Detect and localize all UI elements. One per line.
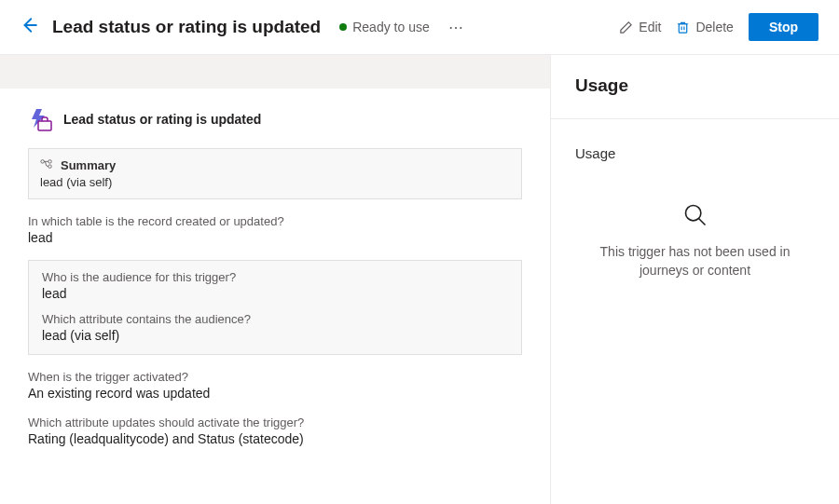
svg-point-6 (685, 206, 700, 221)
page-title: Lead status or rating is updated (52, 17, 321, 37)
usage-empty-text: This trigger has not been used in journe… (575, 243, 815, 279)
audience-label: Who is the audience for this trigger? (42, 270, 508, 284)
back-arrow-icon[interactable] (21, 17, 37, 38)
pencil-icon (619, 20, 633, 34)
flow-icon (40, 157, 53, 173)
delete-label: Delete (695, 20, 733, 34)
audience-value: lead (42, 286, 508, 301)
activated-value: An existing record was updated (28, 386, 522, 401)
stop-button[interactable]: Stop (749, 13, 818, 41)
status-text: Ready to use (352, 20, 430, 34)
usage-sub-heading: Usage (575, 145, 815, 161)
usage-empty-state: This trigger has not been used in journe… (575, 202, 815, 279)
status-pill: Ready to use (339, 20, 430, 34)
table-field: In which table is the record created or … (28, 214, 522, 245)
activated-label: When is the trigger activated? (28, 370, 522, 384)
summary-label: Summary (61, 158, 116, 172)
audience-card: Who is the audience for this trigger? le… (28, 260, 522, 355)
edit-button[interactable]: Edit (619, 20, 661, 34)
svg-point-3 (41, 160, 45, 164)
usage-panel: Usage Usage This trigger has not been us… (550, 55, 839, 504)
usage-divider (551, 118, 839, 119)
delete-button[interactable]: Delete (676, 20, 733, 34)
trash-icon (676, 20, 690, 34)
table-value: lead (28, 230, 522, 245)
content-area: Lead status or rating is updated Summary… (0, 55, 839, 504)
magnifier-icon (682, 202, 708, 232)
updates-field: Which attribute updates should activate … (28, 415, 522, 446)
updates-value: Rating (leadqualitycode) and Status (sta… (28, 431, 522, 446)
header-actions: Edit Delete Stop (619, 13, 818, 41)
updates-label: Which attribute updates should activate … (28, 415, 522, 429)
status-dot-icon (339, 23, 347, 31)
svg-rect-2 (38, 121, 51, 130)
summary-value: lead (via self) (40, 175, 510, 189)
audience-attr-value: lead (via self) (42, 328, 508, 343)
svg-line-7 (698, 219, 705, 225)
audience-field: Who is the audience for this trigger? le… (42, 270, 508, 301)
main-column: Lead status or rating is updated Summary… (0, 55, 550, 504)
svg-rect-1 (680, 23, 687, 32)
table-label: In which table is the record created or … (28, 214, 522, 228)
usage-heading: Usage (575, 75, 815, 96)
trigger-title: Lead status or rating is updated (63, 112, 261, 127)
svg-point-4 (48, 160, 52, 164)
page-header: Lead status or rating is updated Ready t… (0, 0, 839, 55)
svg-point-5 (48, 165, 52, 169)
audience-attr-field: Which attribute contains the audience? l… (42, 312, 508, 343)
summary-card: Summary lead (via self) (28, 148, 522, 199)
lightning-briefcase-icon (28, 107, 52, 131)
audience-attr-label: Which attribute contains the audience? (42, 312, 508, 326)
trigger-header: Lead status or rating is updated (28, 107, 522, 131)
activated-field: When is the trigger activated? An existi… (28, 370, 522, 401)
edit-label: Edit (639, 20, 661, 34)
more-actions-button[interactable]: ⋯ (448, 19, 465, 36)
